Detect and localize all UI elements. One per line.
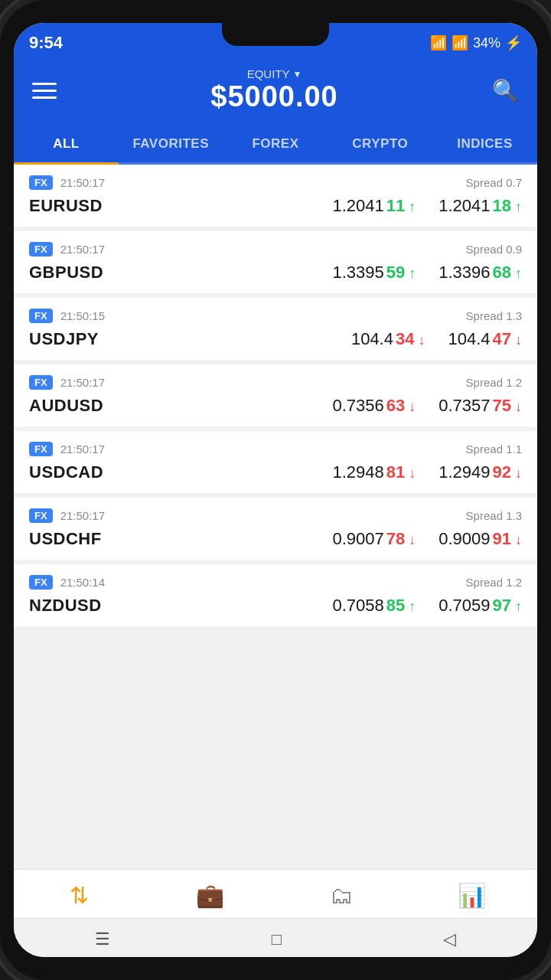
- ask-price: 104.447↓: [448, 329, 522, 349]
- bid-highlight: 11: [386, 196, 405, 216]
- bid-arrow-down-icon: ↓: [418, 332, 425, 348]
- android-menu-icon[interactable]: ☰: [95, 929, 110, 949]
- instrument-meta: FX 21:50:17: [29, 442, 105, 456]
- instrument-name: USDCHF: [29, 529, 102, 549]
- history-icon: 🗂: [330, 883, 353, 909]
- instrument-header: FX 21:50:14 Spread 1.2: [29, 575, 522, 590]
- prices: 104.434↓ 104.447↓: [351, 329, 522, 349]
- spread-label: Spread 1.2: [466, 376, 522, 389]
- prices: 1.294881↓ 1.294992↓: [332, 462, 522, 482]
- instrument-header: FX 21:50:15 Spread 1.3: [29, 309, 522, 323]
- ask-arrow-down-icon: ↓: [515, 466, 522, 482]
- nav-trade[interactable]: ⇅: [14, 879, 145, 912]
- fx-badge: FX: [29, 175, 53, 190]
- tab-all[interactable]: ALL: [14, 126, 119, 162]
- bid-arrow-up-icon: ↑: [409, 199, 416, 215]
- instrument-header: FX 21:50:17 Spread 0.9: [29, 242, 522, 256]
- instrument-name: AUDUSD: [29, 396, 103, 416]
- instrument-item[interactable]: FX 21:50:17 Spread 1.2 AUDUSD 0.735663↓ …: [14, 364, 537, 426]
- bid-base: 0.9007: [332, 529, 383, 549]
- instrument-row: USDJPY 104.434↓ 104.447↓: [29, 329, 522, 349]
- ask-base: 104.4: [448, 329, 490, 349]
- signal-icon: 📶: [452, 34, 468, 51]
- ask-base: 0.9009: [439, 529, 490, 549]
- spread-label: Spread 1.1: [466, 443, 522, 456]
- header: EQUITY ▼ $5000.00 🔍: [14, 60, 537, 126]
- ask-base: 1.2041: [439, 196, 490, 216]
- ask-highlight: 75: [493, 396, 511, 416]
- ask-arrow-up-icon: ↑: [515, 599, 522, 615]
- fx-badge: FX: [29, 375, 53, 390]
- battery-text: 34%: [473, 35, 500, 51]
- android-home-icon[interactable]: □: [272, 929, 282, 949]
- fx-badge: FX: [29, 242, 53, 256]
- nav-portfolio[interactable]: 💼: [145, 879, 276, 912]
- bid-price: 1.294881↓: [332, 462, 416, 482]
- instrument-meta: FX 21:50:17: [29, 242, 105, 256]
- bid-price: 1.339559↑: [332, 263, 416, 283]
- tab-crypto[interactable]: CRYPTO: [328, 126, 432, 162]
- ask-base: 1.3396: [439, 263, 490, 283]
- tab-favorites[interactable]: FAVORITES: [119, 126, 223, 162]
- spread-label: Spread 0.9: [466, 243, 522, 256]
- instrument-item[interactable]: FX 21:50:14 Spread 1.2 NZDUSD 0.705885↑ …: [14, 564, 537, 626]
- status-icons: 📶 📶 34% ⚡: [430, 34, 522, 51]
- instrument-name: NZDUSD: [29, 596, 102, 616]
- prices: 1.339559↑ 1.339668↑: [332, 263, 522, 283]
- ask-arrow-down-icon: ↓: [515, 332, 522, 348]
- equity-amount: $5000.00: [210, 80, 338, 113]
- ask-arrow-down-icon: ↓: [515, 399, 522, 415]
- ask-highlight: 92: [493, 462, 511, 482]
- menu-button[interactable]: [29, 80, 60, 102]
- instrument-item[interactable]: FX 21:50:17 Spread 0.9 GBPUSD 1.339559↑ …: [14, 231, 537, 293]
- android-back-icon[interactable]: ◁: [443, 929, 456, 949]
- ask-base: 0.7357: [439, 396, 490, 416]
- ask-price: 0.735775↓: [439, 396, 522, 416]
- prices: 0.735663↓ 0.735775↓: [332, 396, 522, 416]
- instrument-time: 21:50:17: [60, 243, 105, 256]
- bid-base: 104.4: [351, 329, 393, 349]
- equity-section: EQUITY ▼ $5000.00: [210, 67, 338, 113]
- portfolio-icon: 💼: [196, 882, 224, 909]
- chevron-down-icon: ▼: [292, 69, 302, 80]
- nav-chart[interactable]: 📊: [406, 879, 537, 912]
- trade-icon: ⇅: [70, 882, 89, 909]
- tab-indices[interactable]: INDICES: [432, 126, 537, 162]
- ask-highlight: 97: [493, 596, 511, 616]
- instrument-row: AUDUSD 0.735663↓ 0.735775↓: [29, 396, 522, 416]
- prices: 1.204111↑ 1.204118↑: [332, 196, 522, 216]
- search-button[interactable]: 🔍: [489, 75, 522, 106]
- instrument-item[interactable]: FX 21:50:17 Spread 1.1 USDCAD 1.294881↓ …: [14, 431, 537, 493]
- tab-forex[interactable]: FOREX: [223, 126, 328, 162]
- category-tabs: ALL FAVORITES FOREX CRYPTO INDICES: [14, 126, 537, 165]
- ask-price: 1.204118↑: [439, 196, 522, 216]
- instrument-row: GBPUSD 1.339559↑ 1.339668↑: [29, 263, 522, 283]
- bid-base: 0.7058: [332, 596, 383, 616]
- fx-badge: FX: [29, 442, 53, 456]
- instrument-meta: FX 21:50:15: [29, 309, 105, 323]
- instrument-time: 21:50:17: [60, 509, 105, 522]
- instrument-item[interactable]: FX 21:50:17 Spread 0.7 EURUSD 1.204111↑ …: [14, 165, 537, 227]
- instrument-item[interactable]: FX 21:50:15 Spread 1.3 USDJPY 104.434↓ 1…: [14, 298, 537, 360]
- bid-highlight: 81: [386, 462, 405, 482]
- ask-arrow-down-icon: ↓: [515, 532, 522, 548]
- instrument-row: USDCHF 0.900778↓ 0.900991↓: [29, 529, 522, 549]
- instrument-meta: FX 21:50:17: [29, 375, 105, 390]
- instrument-list: FX 21:50:17 Spread 0.7 EURUSD 1.204111↑ …: [14, 165, 537, 869]
- instrument-time: 21:50:15: [60, 309, 105, 322]
- bid-base: 1.2948: [332, 462, 383, 482]
- bid-price: 104.434↓: [351, 329, 425, 349]
- bid-highlight: 63: [386, 396, 405, 416]
- ask-price: 0.705997↑: [439, 596, 522, 616]
- android-nav: ☰ □ ◁: [14, 918, 537, 957]
- instrument-time: 21:50:17: [60, 376, 105, 389]
- instrument-name: GBPUSD: [29, 263, 103, 283]
- fx-badge: FX: [29, 508, 53, 523]
- instrument-row: NZDUSD 0.705885↑ 0.705997↑: [29, 596, 522, 616]
- bid-arrow-down-icon: ↓: [409, 399, 416, 415]
- spread-label: Spread 0.7: [466, 176, 522, 189]
- instrument-time: 21:50:17: [60, 176, 105, 189]
- ask-base: 0.7059: [439, 596, 490, 616]
- instrument-item[interactable]: FX 21:50:17 Spread 1.3 USDCHF 0.900778↓ …: [14, 498, 537, 560]
- nav-history[interactable]: 🗂: [276, 879, 406, 912]
